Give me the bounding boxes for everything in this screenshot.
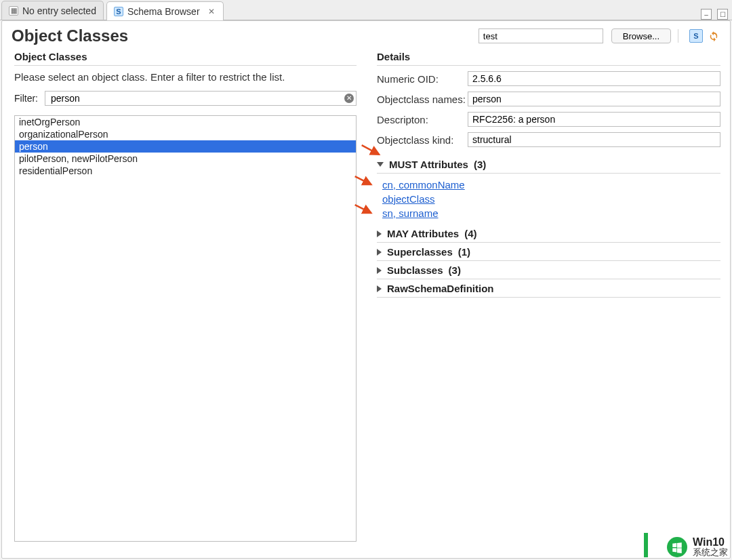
must-attributes-header[interactable]: MUST Attributes (3): [377, 155, 720, 174]
list-item[interactable]: person: [15, 140, 356, 153]
attribute-link[interactable]: cn, commonName: [382, 178, 720, 192]
field-label: Objectclass kind:: [377, 134, 468, 146]
field-label: Numeric OID:: [377, 73, 468, 85]
refresh-icon[interactable]: [707, 29, 720, 43]
attribute-link[interactable]: objectClass: [382, 192, 720, 206]
section-count: (4): [464, 228, 476, 239]
must-attributes-title: MUST Attributes: [389, 159, 468, 170]
clear-filter-icon[interactable]: ✕: [344, 94, 354, 103]
section-count: (3): [449, 264, 461, 276]
grid-icon: ▦: [9, 6, 18, 16]
title-row: Object Classes Browse... S: [2, 21, 730, 47]
schema-icon: S: [114, 7, 123, 16]
tab-bar: ▦ No entry selected S Schema Browser ✕ –…: [0, 0, 732, 20]
list-item[interactable]: inetOrgPerson: [15, 116, 356, 128]
field-value[interactable]: [468, 92, 720, 106]
object-class-list[interactable]: inetOrgPersonorganizationalPersonpersonp…: [14, 115, 357, 542]
browse-button[interactable]: Browse...: [611, 28, 671, 43]
section-count: (1): [458, 246, 470, 258]
schema-tool-icon[interactable]: S: [689, 29, 703, 43]
page-title: Object Classes: [12, 26, 128, 45]
object-classes-hint: Please select an object class. Enter a f…: [14, 71, 357, 83]
tab-label: Schema Browser: [127, 6, 200, 17]
filter-input[interactable]: [45, 91, 357, 106]
chevron-right-icon: [377, 231, 382, 237]
tab-label: No entry selected: [22, 5, 96, 16]
filter-label: Filter:: [14, 93, 38, 104]
list-item[interactable]: organizationalPerson: [15, 128, 356, 140]
field-value[interactable]: [468, 112, 720, 127]
maximize-button[interactable]: ☐: [717, 9, 728, 20]
search-input[interactable]: [479, 28, 603, 43]
chevron-right-icon: [377, 249, 382, 256]
chevron-right-icon: [377, 267, 382, 274]
section-header[interactable]: MAY Attributes(4): [377, 224, 720, 243]
watermark-line1: Win10: [693, 537, 728, 548]
toolbar-divider: [678, 29, 678, 43]
minimize-button[interactable]: –: [701, 9, 712, 20]
chevron-down-icon: [377, 162, 384, 167]
watermark-bar: [644, 533, 648, 557]
close-icon[interactable]: ✕: [207, 7, 216, 16]
detail-field-row: Descripton:: [377, 112, 720, 127]
main-frame: Object Classes Browse... S Object Classe…: [1, 20, 731, 559]
tab-no-entry[interactable]: ▦ No entry selected: [1, 1, 104, 20]
field-value[interactable]: [468, 132, 720, 147]
field-label: Objectclass names:: [377, 94, 468, 105]
tab-schema-browser[interactable]: S Schema Browser ✕: [106, 1, 224, 20]
must-attributes-count: (3): [474, 159, 486, 170]
detail-field-row: Numeric OID:: [377, 71, 720, 86]
details-heading: Details: [377, 47, 720, 66]
detail-field-row: Objectclass names:: [377, 92, 720, 106]
windows-icon: [667, 537, 687, 557]
field-value[interactable]: [468, 71, 720, 86]
list-item[interactable]: pilotPerson, newPilotPerson: [15, 153, 356, 165]
detail-field-row: Objectclass kind:: [377, 132, 720, 147]
section-header[interactable]: RawSchemaDefinition: [377, 279, 720, 298]
section-header[interactable]: Superclasses(1): [377, 243, 720, 261]
section-title: MAY Attributes: [387, 228, 459, 239]
must-attributes-body: cn, commonNameobjectClasssn, surname: [377, 174, 720, 224]
chevron-right-icon: [377, 285, 382, 292]
section-title: Subclasses: [387, 264, 443, 276]
section-title: Superclasses: [387, 246, 453, 258]
section-header[interactable]: Subclasses(3): [377, 261, 720, 279]
watermark-line2: 系统之家: [693, 548, 728, 557]
object-classes-heading: Object Classes: [14, 47, 357, 66]
details-panel: Details Numeric OID:Objectclass names:De…: [377, 47, 720, 542]
section-title: RawSchemaDefinition: [387, 283, 494, 294]
field-label: Descripton:: [377, 114, 468, 125]
attribute-link[interactable]: sn, surname: [382, 206, 720, 220]
watermark: Win10 系统之家: [667, 537, 728, 557]
list-item[interactable]: residentialPerson: [15, 165, 356, 177]
object-classes-panel: Object Classes Please select an object c…: [14, 47, 357, 542]
